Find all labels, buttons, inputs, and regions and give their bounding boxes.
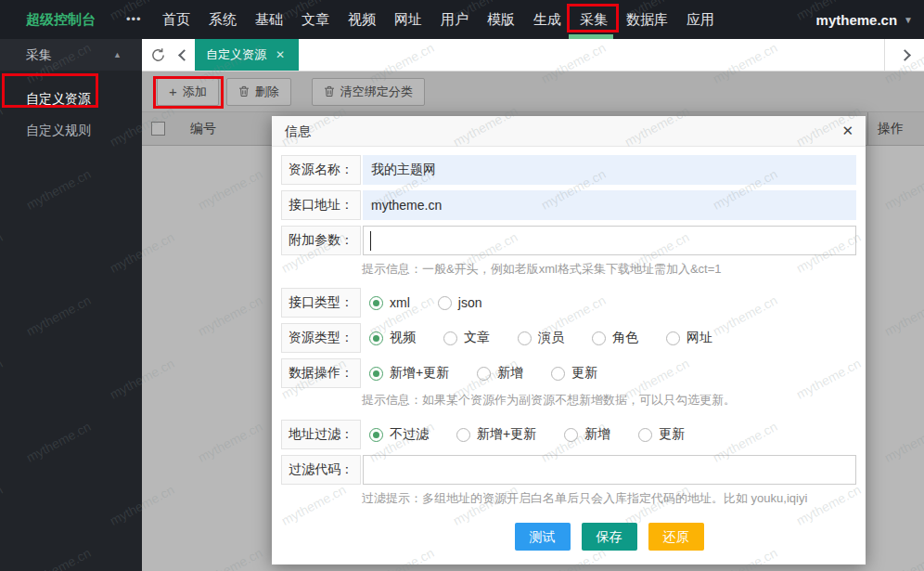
radio-icon [456, 428, 470, 442]
radio-option-article[interactable]: 文章 [443, 330, 490, 346]
radio-label: 文章 [464, 330, 490, 346]
brand-title: 超级控制台 [26, 0, 96, 39]
sidebar-item-custom-resource[interactable]: 自定义资源 [0, 83, 142, 114]
radio-option-add[interactable]: 新增 [477, 365, 523, 382]
radio-label: 新增+更新 [477, 426, 536, 443]
sidebar-items: 自定义资源 自定义规则 [0, 71, 142, 146]
info-dialog: 信息 ✕ 资源名称： 我的主题网 接口地址： mytheme.cn 附加参数： … [272, 116, 866, 565]
topnav-item-app[interactable]: 应用 [677, 0, 724, 39]
more-menu-icon[interactable]: ••• [126, 0, 142, 39]
radio-label: 视频 [390, 330, 416, 346]
radio-option-video[interactable]: 视频 [369, 330, 416, 346]
radio-icon [518, 331, 532, 345]
collapse-up-icon: ▲ [113, 39, 122, 71]
topbar: 超级控制台 ••• 首页 系统 基础 文章 视频 网址 用户 模版 生成 采集 … [0, 0, 924, 39]
radio-option-json[interactable]: json [438, 295, 482, 310]
radio-label: 网址 [687, 330, 712, 346]
radio-label: json [458, 295, 482, 310]
radio-icon [438, 296, 452, 310]
api-type-label: 接口类型： [281, 288, 361, 318]
topnav-item-collect[interactable]: 采集 [571, 0, 617, 39]
radio-icon [592, 331, 606, 345]
params-hint: 提示信息：一般&开头，例如老版xml格式采集下载地址需加入&ct=1 [362, 261, 722, 278]
tab-close-icon[interactable]: ✕ [276, 48, 285, 61]
tab-label: 自定义资源 [206, 46, 266, 63]
sidebar: 采集 ▲ 自定义资源 自定义规则 [0, 39, 142, 571]
radio-label: xml [390, 295, 410, 310]
resource-name-label: 资源名称： [281, 155, 361, 185]
restore-button[interactable]: 还原 [648, 523, 704, 551]
topnav-item-home[interactable]: 首页 [153, 0, 199, 39]
extra-params-input[interactable] [363, 226, 856, 255]
radio-option-update[interactable]: 更新 [551, 365, 597, 382]
data-operation-hint: 提示信息：如果某个资源作为副资源不想新增数据，可以只勾选更新。 [362, 392, 736, 409]
close-icon[interactable]: ✕ [841, 116, 853, 146]
radio-option-add-update[interactable]: 新增+更新 [369, 365, 449, 382]
radio-icon [551, 367, 565, 381]
radio-option-actor[interactable]: 演员 [518, 330, 564, 346]
topnav-item-generate[interactable]: 生成 [524, 0, 571, 39]
radio-option-no-filter[interactable]: 不过滤 [369, 426, 429, 443]
tab-scroll-left-button[interactable] [173, 39, 195, 71]
sidebar-item-custom-rule[interactable]: 自定义规则 [0, 114, 142, 146]
chevron-left-icon [178, 49, 190, 61]
tab-custom-resource[interactable]: 自定义资源 ✕ [195, 39, 299, 71]
topnav-item-user[interactable]: 用户 [431, 0, 478, 39]
tab-bar: 自定义资源 ✕ [142, 39, 924, 71]
radio-label: 角色 [612, 330, 638, 346]
dialog-title: 信息 [285, 123, 311, 138]
field-resource-name: 资源名称： 我的主题网 [281, 155, 856, 185]
dialog-footer: 测试 保存 还原 [362, 523, 856, 551]
field-resource-type: 资源类型： 视频 文章 演员 角色 网址 [281, 323, 856, 353]
address-filter-label: 地址过滤： [281, 420, 361, 449]
save-button[interactable]: 保存 [582, 523, 637, 551]
data-operation-label: 数据操作： [281, 358, 361, 388]
dialog-header: 信息 ✕ [272, 116, 866, 147]
radio-selected-icon [369, 296, 383, 310]
chevron-right-icon [899, 49, 911, 61]
radio-option-xml[interactable]: xml [369, 295, 410, 310]
radio-icon [443, 331, 457, 345]
topnav-item-system[interactable]: 系统 [199, 0, 246, 39]
api-address-input[interactable]: mytheme.cn [363, 190, 856, 220]
filter-code-input[interactable] [363, 455, 856, 485]
topnav-item-article[interactable]: 文章 [292, 0, 339, 39]
text-cursor [370, 231, 371, 251]
radio-option-website[interactable]: 网址 [666, 330, 712, 346]
topnav-item-database[interactable]: 数据库 [617, 0, 677, 39]
sidebar-group-collect[interactable]: 采集 ▲ [0, 39, 142, 71]
radio-option-role[interactable]: 角色 [592, 330, 638, 346]
sidebar-group-label: 采集 [26, 47, 52, 62]
radio-selected-icon [369, 367, 383, 381]
account-name: mytheme.cn [816, 12, 898, 28]
radio-option-filter-add-update[interactable]: 新增+更新 [456, 426, 536, 443]
resource-type-options: 视频 文章 演员 角色 网址 [369, 323, 712, 353]
test-button[interactable]: 测试 [515, 523, 571, 551]
topnav-item-template[interactable]: 模版 [478, 0, 524, 39]
radio-selected-icon [369, 331, 383, 345]
topnav-item-base[interactable]: 基础 [246, 0, 292, 39]
active-nav-indicator [569, 34, 613, 39]
radio-option-filter-add[interactable]: 新增 [564, 426, 610, 443]
radio-icon [564, 428, 578, 442]
api-address-label: 接口地址： [281, 190, 361, 220]
chevron-down-icon: ▼ [904, 15, 913, 25]
topnav-item-url[interactable]: 网址 [385, 0, 431, 39]
field-data-operation: 数据操作： 新增+更新 新增 更新 [281, 358, 856, 388]
radio-label: 不过滤 [390, 426, 429, 443]
radio-selected-icon [369, 428, 383, 442]
refresh-button[interactable] [142, 39, 173, 71]
tab-scroll-right-button[interactable] [884, 39, 924, 71]
topnav-item-video[interactable]: 视频 [339, 0, 385, 39]
radio-label: 演员 [538, 330, 564, 346]
radio-option-filter-update[interactable]: 更新 [638, 426, 685, 443]
extra-params-label: 附加参数： [281, 226, 361, 255]
filter-code-label: 过滤代码： [281, 455, 361, 485]
field-filter-code: 过滤代码： [281, 455, 856, 485]
resource-name-input[interactable]: 我的主题网 [363, 155, 856, 185]
filter-hint: 过滤提示：多组地址的资源开启白名单后只会入库指定代码的地址。比如 youku,i… [362, 490, 807, 507]
radio-label: 新增 [497, 365, 523, 382]
field-api-type: 接口类型： xml json [281, 288, 856, 318]
address-filter-options: 不过滤 新增+更新 新增 更新 [369, 420, 685, 449]
account-menu[interactable]: mytheme.cn ▼ [816, 0, 913, 39]
